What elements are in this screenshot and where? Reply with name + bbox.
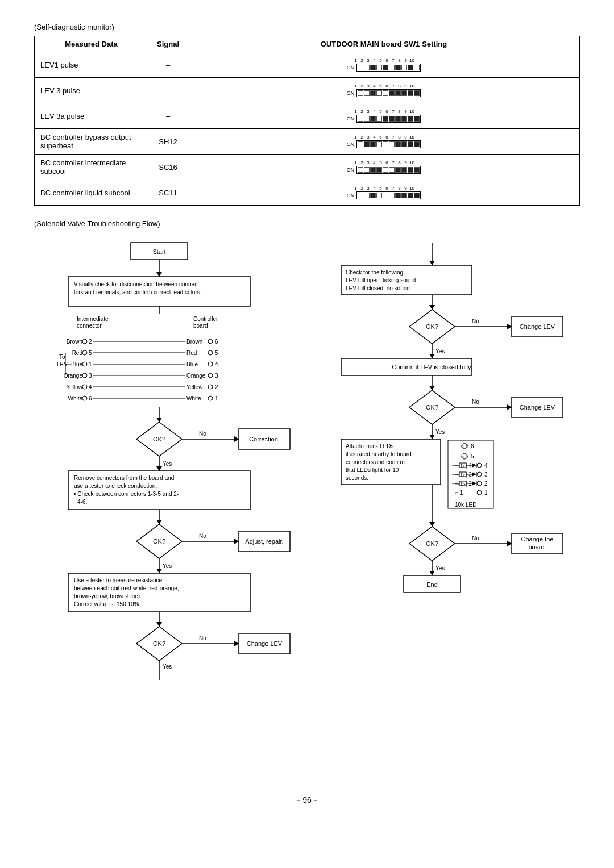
svg-marker-91 xyxy=(156,622,162,627)
svg-text:Brown: Brown xyxy=(186,339,202,345)
svg-text:4-6.: 4-6. xyxy=(77,499,87,505)
data-table: Measured Data Signal OUTDOOR MAIN board … xyxy=(34,36,580,206)
svg-text:Yes: Yes xyxy=(163,563,172,569)
svg-marker-117 xyxy=(429,354,435,358)
svg-text:No: No xyxy=(472,535,479,541)
signal-cell: SH12 xyxy=(148,129,188,155)
svg-text:Use a tester to measure resist: Use a tester to measure resistance xyxy=(74,577,163,583)
svg-text:White: White xyxy=(68,395,82,402)
svg-marker-159 xyxy=(472,472,476,477)
svg-marker-175 xyxy=(429,522,435,527)
svg-point-154 xyxy=(477,463,482,468)
svg-text:OK?: OK? xyxy=(426,540,438,547)
svg-point-32 xyxy=(208,362,213,366)
signal-cell: – xyxy=(148,52,188,78)
svg-text:between each coil (red-white, : between each coil (red-white, red-orange… xyxy=(74,585,179,591)
svg-text:Adjust, repair.: Adjust, repair. xyxy=(245,538,283,545)
svg-text:3: 3 xyxy=(215,373,218,379)
svg-text:Correct value is: 150    10%: Correct value is: 150 10% xyxy=(74,601,139,607)
svg-text:No: No xyxy=(472,318,479,324)
svg-text:seconds.: seconds. xyxy=(346,475,368,481)
svg-text:No: No xyxy=(199,635,206,641)
dip-switch-cell: 12345678910ON xyxy=(188,78,580,103)
svg-marker-61 xyxy=(234,436,239,442)
svg-point-42 xyxy=(82,385,87,389)
svg-text:3: 3 xyxy=(89,373,92,379)
svg-text:Yes: Yes xyxy=(435,429,445,435)
svg-point-17 xyxy=(82,350,87,355)
svg-text:No: No xyxy=(199,533,206,539)
svg-text:Change the: Change the xyxy=(521,536,554,542)
svg-text:1: 1 xyxy=(484,490,488,496)
svg-point-46 xyxy=(208,385,213,389)
signal-cell: SC11 xyxy=(148,180,188,206)
svg-text:Blue: Blue xyxy=(71,361,82,368)
signal-cell: – xyxy=(148,103,188,129)
svg-text:LEV full closed: no sound: LEV full closed: no sound xyxy=(346,285,410,291)
svg-text:4: 4 xyxy=(215,361,218,368)
svg-text:Change LEV: Change LEV xyxy=(247,640,283,647)
svg-point-28 xyxy=(82,362,87,366)
svg-marker-166 xyxy=(472,481,476,486)
flowchart-container: Start Visually check for disconnection b… xyxy=(34,237,580,784)
svg-text:Yes: Yes xyxy=(163,461,172,467)
table-row: BC controller intermediate subcool xyxy=(35,155,148,180)
svg-point-53 xyxy=(208,396,213,400)
svg-text:OK?: OK? xyxy=(153,640,165,647)
svg-text:board: board xyxy=(193,323,208,329)
dip-switch-cell: 12345678910ON xyxy=(188,180,580,206)
svg-marker-2 xyxy=(156,272,162,277)
svg-text:that LEDs light for 10: that LEDs light for 10 xyxy=(346,467,399,473)
svg-text:Brown: Brown xyxy=(67,339,82,345)
table-row: LEV 3 pulse xyxy=(35,78,148,103)
col-signal: Signal xyxy=(148,36,188,52)
svg-text:Controller: Controller xyxy=(193,316,218,322)
svg-text:use a tester to check conducti: use a tester to check conduction. xyxy=(74,483,157,489)
svg-marker-74 xyxy=(156,520,162,524)
page-number: －96－ xyxy=(34,795,580,806)
svg-point-14 xyxy=(208,339,213,344)
svg-marker-152 xyxy=(472,463,476,468)
col-sw1: OUTDOOR MAIN board SW1 Setting xyxy=(188,36,580,52)
svg-text:Yes: Yes xyxy=(435,565,445,571)
start-label: Start xyxy=(152,248,165,255)
svg-point-161 xyxy=(477,472,482,477)
svg-text:5: 5 xyxy=(471,453,474,460)
svg-text:tors and terminals, and confir: tors and terminals, and confirm correct … xyxy=(74,289,202,295)
svg-text:Change LEV: Change LEV xyxy=(520,404,555,411)
svg-marker-185 xyxy=(429,571,435,575)
svg-text:6: 6 xyxy=(89,395,92,402)
svg-text:2: 2 xyxy=(89,339,92,345)
svg-text:6: 6 xyxy=(215,339,218,345)
dip-switch-cell: 12345678910ON xyxy=(188,103,580,129)
svg-text:Blue: Blue xyxy=(186,361,198,368)
svg-marker-126 xyxy=(507,404,512,410)
svg-marker-83 xyxy=(156,569,162,573)
table-row: LEV1 pulse xyxy=(35,52,148,78)
svg-point-35 xyxy=(82,373,87,378)
svg-marker-95 xyxy=(234,641,239,646)
svg-text:4: 4 xyxy=(484,462,488,469)
svg-text:1: 1 xyxy=(215,395,218,402)
svg-point-49 xyxy=(82,396,87,400)
svg-text:No: No xyxy=(472,399,479,405)
svg-text:2: 2 xyxy=(215,384,218,390)
svg-text:brown-yellow, brown-blue).: brown-yellow, brown-blue). xyxy=(74,593,142,599)
table-row: LEV 3a pulse xyxy=(35,103,148,129)
col-measured: Measured Data xyxy=(35,36,148,52)
dip-switch-cell: 12345678910ON xyxy=(188,155,580,180)
svg-text:Intermediate: Intermediate xyxy=(77,316,109,322)
svg-text:OK?: OK? xyxy=(153,436,165,443)
svg-text:10k   LED: 10k LED xyxy=(455,502,476,508)
svg-text:3: 3 xyxy=(484,471,488,478)
svg-point-10 xyxy=(82,339,87,344)
svg-text:connectors and confirm: connectors and confirm xyxy=(346,459,405,465)
svg-marker-131 xyxy=(429,435,435,439)
svg-text:LEV full open: ticking sound: LEV full open: ticking sound xyxy=(346,277,416,283)
svg-text:Correction.: Correction. xyxy=(249,436,280,443)
svg-text:5: 5 xyxy=(89,350,92,356)
svg-text:Yes: Yes xyxy=(163,663,172,670)
svg-marker-179 xyxy=(507,541,512,546)
svg-point-168 xyxy=(477,481,482,486)
svg-marker-102 xyxy=(429,261,435,265)
